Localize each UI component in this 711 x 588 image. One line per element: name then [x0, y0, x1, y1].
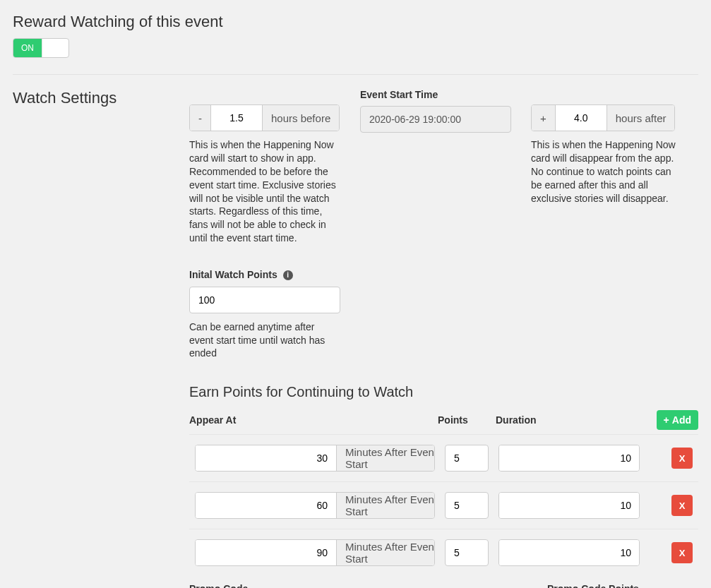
hours-before-help: This is when the Happening Now card will… [189, 138, 340, 245]
column-header-duration: Duration [496, 414, 637, 426]
event-start-time-value: 2020-06-29 19:00:00 [360, 106, 511, 133]
earn-points-title: Earn Points for Continuing to Watch [189, 384, 698, 400]
initial-watch-points-help: Can be earned anytime after event start … [189, 320, 340, 361]
column-header-points: Points [438, 414, 487, 426]
hours-after-help: This is when the Happening Now card will… [531, 138, 682, 205]
promo-code-points-label: Promo Code Points [547, 583, 698, 588]
watch-settings-title: Watch Settings [13, 89, 189, 107]
hours-after-input[interactable] [556, 105, 607, 131]
appear-at-group: Minutes After Event Start [195, 445, 435, 472]
delete-button[interactable]: X [671, 542, 693, 563]
plus-glyph-icon: + [664, 414, 669, 426]
appear-at-unit: Minutes After Event Start [336, 540, 435, 565]
appear-at-unit: Minutes After Event Start [336, 493, 435, 518]
appear-at-input[interactable] [196, 493, 336, 518]
initial-watch-points-label: Inital Watch Points [189, 269, 277, 280]
duration-input[interactable] [499, 540, 640, 565]
reward-watching-title: Reward Watching of this event [13, 13, 698, 31]
divider [13, 74, 698, 75]
appear-at-input[interactable] [196, 445, 336, 471]
duration-input[interactable] [499, 493, 640, 518]
hours-after-unit: hours after [607, 105, 675, 131]
appear-at-group: Minutes After Event Start [195, 539, 435, 566]
table-row: Minutes After Event StartMinutes ShownX [189, 434, 698, 481]
duration-input[interactable] [499, 445, 640, 471]
reward-watching-toggle[interactable]: ON [13, 38, 69, 58]
points-input[interactable] [445, 492, 489, 519]
duration-group: Minutes Shown [498, 445, 640, 472]
duration-group: Minutes Shown [498, 492, 640, 519]
appear-at-input[interactable] [196, 540, 336, 565]
hours-before-group: - hours before [189, 104, 340, 131]
add-button-label: Add [672, 414, 691, 426]
event-start-time-label: Event Start Time [360, 89, 511, 100]
hours-after-group: + hours after [531, 104, 675, 131]
info-icon[interactable]: i [283, 270, 293, 280]
delete-button[interactable]: X [671, 495, 693, 516]
appear-at-group: Minutes After Event Start [195, 492, 435, 519]
table-row: Minutes After Event StartMinutes ShownX [189, 529, 698, 576]
appear-at-unit: Minutes After Event Start [336, 445, 435, 471]
column-header-appear: Appear At [189, 414, 429, 426]
plus-icon: + [532, 105, 556, 131]
duration-group: Minutes Shown [498, 539, 640, 566]
table-row: Minutes After Event StartMinutes ShownX [189, 481, 698, 529]
toggle-knob [42, 39, 69, 57]
minus-icon: - [190, 105, 211, 131]
delete-button[interactable]: X [671, 448, 693, 469]
toggle-on-label: ON [13, 39, 42, 57]
initial-watch-points-input[interactable] [189, 287, 340, 313]
hours-before-input[interactable] [211, 105, 262, 131]
points-input[interactable] [445, 539, 489, 566]
hours-before-unit: hours before [262, 105, 339, 131]
promo-code-label: Promo Code [189, 583, 532, 588]
add-button[interactable]: + Add [657, 410, 698, 430]
points-input[interactable] [445, 445, 489, 472]
